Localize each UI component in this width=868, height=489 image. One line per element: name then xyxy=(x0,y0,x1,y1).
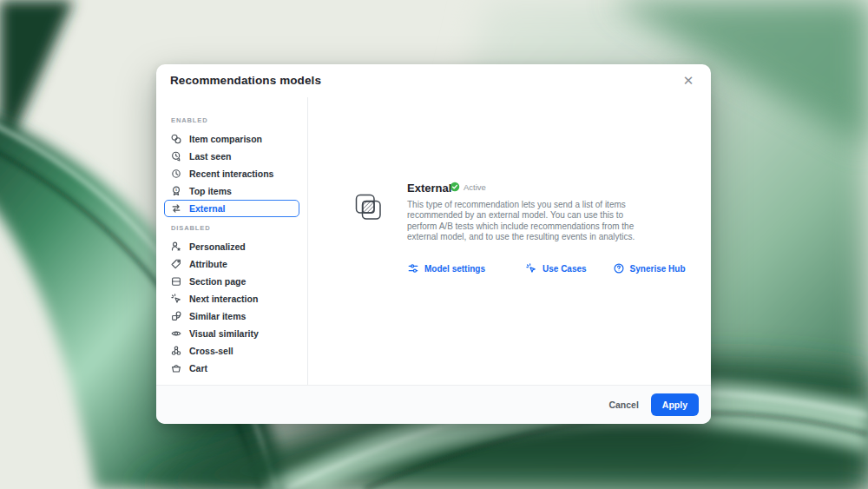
dialog-title: Recommendations models xyxy=(170,74,321,87)
sidebar-item-last-seen[interactable]: Last seen xyxy=(164,148,299,165)
sidebar-item-item-comparison[interactable]: Item comparison xyxy=(164,130,299,148)
desktop-wallpaper: Recommendations models ✕ ENABLEDItem com… xyxy=(0,0,868,489)
dialog-body: ENABLEDItem comparisonLast seenRecent in… xyxy=(156,97,711,385)
recommendations-models-dialog: Recommendations models ✕ ENABLEDItem com… xyxy=(156,64,711,424)
section-label-disabled: DISABLED xyxy=(171,224,293,232)
external-model-icon xyxy=(351,189,385,228)
external-icon xyxy=(170,202,182,215)
sidebar-item-label: Next interaction xyxy=(189,294,258,304)
sidebar-item-attribute[interactable]: Attribute xyxy=(164,255,299,273)
personalized-icon xyxy=(170,241,182,253)
sidebar-item-label: External xyxy=(189,203,225,214)
sidebar-item-visual-similarity[interactable]: Visual similarity xyxy=(164,325,299,342)
cancel-button[interactable]: Cancel xyxy=(608,400,638,410)
similar-items-icon xyxy=(170,310,182,322)
model-links: Model settingsUse CasesSynerise Hub xyxy=(407,262,686,274)
sidebar-item-cross-sell[interactable]: Cross-sell xyxy=(164,342,299,360)
sidebar-item-label: Section page xyxy=(189,276,246,287)
sidebar-item-label: Personalized xyxy=(189,241,246,252)
sidebar-item-cart[interactable]: Cart xyxy=(164,360,299,377)
sidebar-item-label: Item comparison xyxy=(189,134,262,144)
close-icon[interactable]: ✕ xyxy=(680,72,697,89)
sidebar-item-recent-interactions[interactable]: Recent interactions xyxy=(164,165,299,182)
recent-interactions-icon xyxy=(170,168,182,180)
cart-icon xyxy=(170,362,182,374)
sidebar-item-label: Recent interactions xyxy=(189,169,273,179)
model-name-heading: External xyxy=(407,182,451,195)
model-settings-icon xyxy=(407,262,419,274)
section-page-icon xyxy=(170,275,182,287)
last-seen-icon xyxy=(170,150,182,162)
sidebar-item-label: Similar items xyxy=(189,311,246,321)
link-label: Model settings xyxy=(424,264,485,274)
use-cases-icon xyxy=(525,262,537,274)
cross-sell-icon xyxy=(170,345,182,357)
model-detail-panel: External Active This type of recommendat… xyxy=(308,97,711,385)
item-comparison-icon xyxy=(170,133,182,145)
sidebar-item-external[interactable]: External xyxy=(164,200,299,217)
link-label: Synerise Hub xyxy=(630,264,686,274)
sidebar-item-label: Top items xyxy=(189,186,232,196)
models-sidebar: ENABLEDItem comparisonLast seenRecent in… xyxy=(156,97,308,385)
model-description: This type of recommendation lets you sen… xyxy=(407,200,643,243)
sidebar-item-label: Cross-sell xyxy=(189,346,233,356)
sidebar-item-top-items[interactable]: 1Top items xyxy=(164,182,299,200)
top-items-icon: 1 xyxy=(170,185,182,197)
status-label: Active xyxy=(464,182,486,192)
active-check-icon xyxy=(450,182,460,192)
sidebar-item-personalized[interactable]: Personalized xyxy=(164,238,299,255)
dialog-footer: Cancel Apply xyxy=(156,385,711,424)
sidebar-item-label: Visual similarity xyxy=(189,328,259,339)
section-label-enabled: ENABLED xyxy=(171,116,293,124)
attribute-icon xyxy=(170,258,182,270)
link-label: Use Cases xyxy=(542,264,587,274)
status-badge: Active xyxy=(450,182,486,192)
link-use-cases[interactable]: Use Cases xyxy=(525,262,587,274)
sidebar-item-label: Attribute xyxy=(189,259,227,269)
sidebar-item-next-interaction[interactable]: Next interaction xyxy=(164,290,299,307)
apply-button[interactable]: Apply xyxy=(651,393,699,416)
next-interaction-icon xyxy=(170,293,182,305)
link-model-settings[interactable]: Model settings xyxy=(407,262,485,274)
sidebar-item-label: Last seen xyxy=(189,151,231,162)
synerise-hub-icon xyxy=(613,262,625,274)
sidebar-item-section-page[interactable]: Section page xyxy=(164,273,299,290)
sidebar-item-label: Cart xyxy=(189,363,207,373)
visual-similarity-icon xyxy=(170,327,182,340)
dialog-header: Recommendations models ✕ xyxy=(156,64,711,97)
svg-text:1: 1 xyxy=(175,188,178,192)
link-synerise-hub[interactable]: Synerise Hub xyxy=(613,262,686,274)
sidebar-item-similar-items[interactable]: Similar items xyxy=(164,307,299,325)
